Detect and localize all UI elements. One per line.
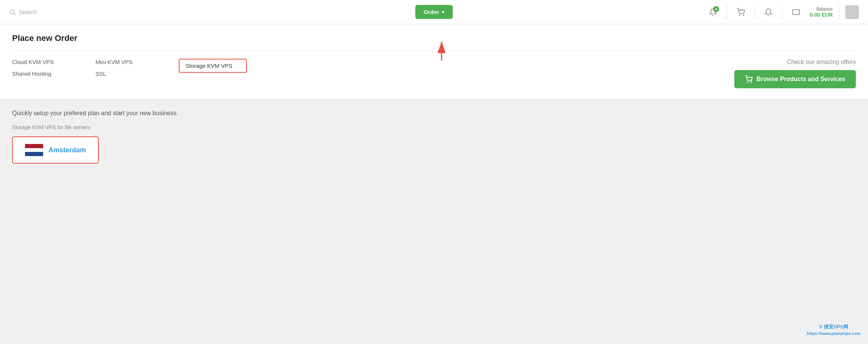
svg-point-3 bbox=[743, 15, 744, 16]
svg-point-8 bbox=[751, 82, 752, 83]
svg-point-2 bbox=[740, 15, 740, 16]
cart-browse-icon bbox=[745, 75, 752, 83]
dropdown-title: Place new Order bbox=[12, 33, 856, 43]
svg-point-0 bbox=[10, 10, 14, 14]
section-label: Storage KVM VPS for file servers bbox=[12, 124, 856, 130]
right-promo: Check our amazing offers Browse Products… bbox=[734, 59, 856, 88]
menu-storage-kvm[interactable]: Storage KVM VPS bbox=[179, 59, 247, 73]
order-btn-area: Order ▾ bbox=[415, 5, 453, 19]
page-subtitle: Quickly setup your prefered plan and sta… bbox=[12, 110, 856, 117]
separator-1 bbox=[727, 5, 727, 20]
topbar: Search Order ▾ 0 bbox=[0, 0, 868, 24]
flag-stripe-red bbox=[25, 144, 43, 148]
menu-cloud-kvm[interactable]: Cloud KVM VPS bbox=[12, 59, 80, 65]
balance-label: Balance bbox=[816, 6, 833, 12]
location-name: Amsterdam bbox=[48, 146, 86, 154]
svg-line-1 bbox=[14, 13, 15, 15]
dropdown-divider bbox=[12, 51, 856, 51]
menu-col-1: Cloud KVM VPS Shared Hosting bbox=[12, 59, 95, 77]
search-placeholder: Search bbox=[19, 9, 37, 15]
avatar[interactable] bbox=[845, 5, 859, 19]
wallet-icon bbox=[792, 8, 800, 16]
wallet-icon-btn[interactable] bbox=[788, 5, 804, 20]
main-content: Quickly setup your prefered plan and sta… bbox=[0, 99, 868, 174]
menu-ssl[interactable]: SSL bbox=[95, 70, 164, 77]
amsterdam-location-card[interactable]: Amsterdam bbox=[12, 136, 99, 164]
menu-grid: Cloud KVM VPS Shared Hosting Mini KVM VP… bbox=[12, 59, 856, 88]
cart-icon bbox=[737, 8, 745, 16]
search-icon bbox=[9, 9, 16, 16]
menu-shared-hosting[interactable]: Shared Hosting bbox=[12, 70, 80, 77]
separator-4 bbox=[839, 5, 839, 20]
topbar-right: 0 Balance 0.00 EUR bbox=[706, 5, 859, 20]
order-label: Order bbox=[424, 9, 439, 15]
bell-icon bbox=[764, 8, 773, 16]
flag-stripe-blue bbox=[25, 152, 43, 156]
order-button[interactable]: Order ▾ bbox=[415, 5, 453, 19]
flag-stripe-white bbox=[25, 148, 43, 152]
promo-text: Check our amazing offers bbox=[787, 59, 856, 66]
svg-rect-4 bbox=[793, 9, 799, 14]
menu-mini-kvm[interactable]: Mini KVM VPS bbox=[95, 59, 164, 65]
menu-col-3: Storage KVM VPS bbox=[179, 59, 262, 73]
search-area[interactable]: Search bbox=[9, 9, 706, 16]
notifications-icon-btn[interactable]: 0 bbox=[706, 5, 721, 20]
netherlands-flag bbox=[25, 144, 43, 156]
balance-area: Balance 0.00 EUR bbox=[810, 6, 833, 18]
balance-amount: 0.00 EUR bbox=[810, 12, 833, 18]
menu-col-2: Mini KVM VPS SSL bbox=[95, 59, 179, 77]
dropdown-panel: Place new Order Cloud KVM VPS Shared Hos… bbox=[0, 24, 868, 99]
notification-badge: 0 bbox=[713, 6, 719, 12]
browse-products-button[interactable]: Browse Products and Services bbox=[734, 70, 856, 88]
browse-btn-label: Browse Products and Services bbox=[756, 76, 845, 83]
cart-icon-btn[interactable] bbox=[733, 5, 748, 20]
separator-3 bbox=[782, 5, 782, 20]
svg-point-7 bbox=[748, 82, 748, 83]
chevron-down-icon: ▾ bbox=[442, 9, 444, 15]
separator-2 bbox=[754, 5, 755, 20]
bell-icon-btn[interactable] bbox=[761, 5, 776, 20]
